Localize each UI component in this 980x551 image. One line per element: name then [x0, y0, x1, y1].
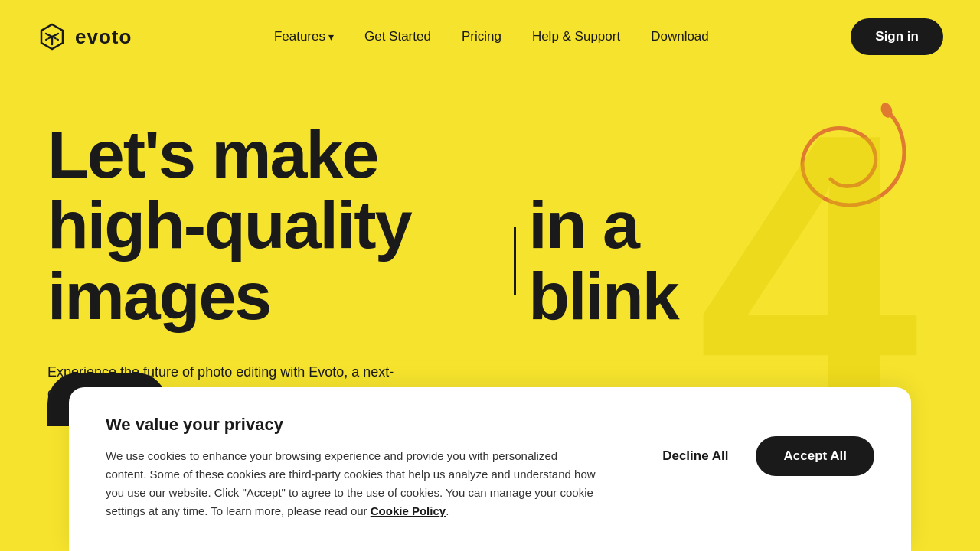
nav-item-get-started[interactable]: Get Started — [364, 29, 431, 44]
cookie-title: We value your privacy — [106, 415, 601, 435]
cookie-policy-link[interactable]: Cookie Policy — [371, 504, 446, 517]
navbar: evoto Features Get Started Pricing Help … — [0, 0, 980, 73]
cookie-actions: Decline All Accept All — [647, 436, 874, 476]
nav-link-features[interactable]: Features — [274, 29, 334, 44]
nav-item-pricing[interactable]: Pricing — [462, 29, 501, 44]
nav-link-download[interactable]: Download — [651, 29, 709, 44]
logo-text: evoto — [75, 25, 132, 49]
hero-headline: Let's make high-quality images in a blin… — [47, 119, 737, 331]
nav-link-get-started[interactable]: Get Started — [364, 29, 431, 44]
nav-link-help[interactable]: Help & Support — [532, 29, 620, 44]
cookie-body-text: We use cookies to enhance your browsing … — [106, 449, 596, 517]
swirl-decoration — [750, 89, 919, 227]
nav-item-download[interactable]: Download — [651, 29, 709, 44]
nav-links: Features Get Started Pricing Help & Supp… — [274, 29, 709, 44]
logo[interactable]: evoto — [37, 21, 132, 52]
logo-icon — [37, 21, 67, 52]
nav-link-pricing[interactable]: Pricing — [462, 29, 501, 44]
cookie-banner: We value your privacy We use cookies to … — [69, 387, 911, 551]
headline-line1: Let's make — [47, 116, 377, 192]
signin-button[interactable]: Sign in — [851, 18, 943, 55]
headline-line2-part2: in a blink — [528, 190, 737, 331]
headline-line2: high-quality images in a blink — [47, 190, 737, 331]
nav-item-help[interactable]: Help & Support — [532, 29, 620, 44]
hero-section: Let's make high-quality images in a blin… — [0, 73, 980, 426]
headline-divider — [514, 227, 517, 295]
decline-all-button[interactable]: Decline All — [647, 438, 743, 474]
headline-line2-part1: high-quality images — [47, 190, 501, 331]
accept-all-button[interactable]: Accept All — [756, 436, 874, 476]
cookie-period: . — [446, 504, 449, 517]
nav-item-features[interactable]: Features — [274, 29, 334, 44]
cookie-text-block: We value your privacy We use cookies to … — [106, 415, 601, 520]
cookie-body: We use cookies to enhance your browsing … — [106, 447, 601, 520]
